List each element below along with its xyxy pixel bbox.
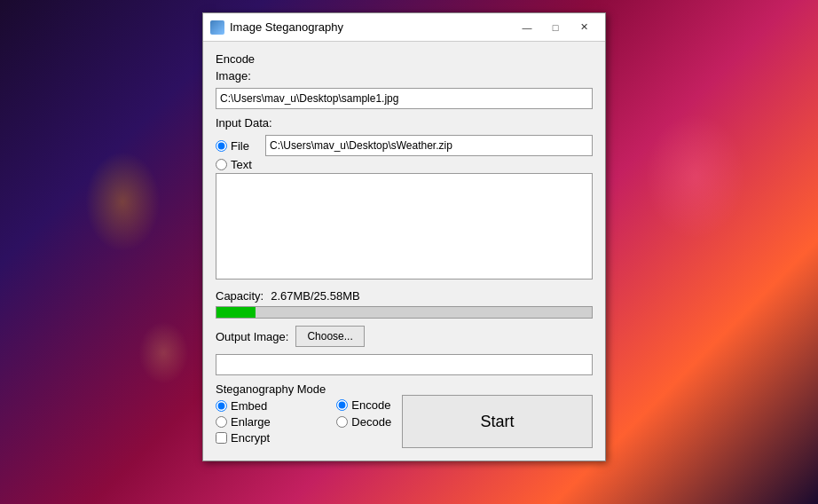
input-data-header: Input Data: (216, 116, 593, 131)
output-image-row: Output Image: Choose... (216, 326, 593, 347)
image-label: Image: (216, 69, 251, 83)
image-row: Image: (216, 69, 593, 84)
maximize-button[interactable]: □ (541, 16, 570, 39)
encode-radio-row: Encode (336, 398, 391, 412)
steg-mode-title: Steganography Mode (216, 382, 326, 396)
window-controls: — □ ✕ (513, 16, 598, 39)
steg-mode-box: Steganography Mode Embed Enlarge Encrypt (216, 382, 326, 447)
image-path-input[interactable] (216, 88, 593, 109)
text-radio-label[interactable]: Text (216, 158, 260, 171)
progress-bar-container (216, 306, 593, 319)
enlarge-label: Enlarge (231, 415, 271, 429)
capacity-label: Capacity: (216, 289, 263, 303)
choose-button[interactable]: Choose... (295, 326, 364, 347)
close-button[interactable]: ✕ (570, 16, 598, 39)
text-area-input[interactable] (216, 173, 593, 280)
minimize-button[interactable]: — (513, 16, 541, 39)
window-title: Image Steganography (230, 20, 507, 34)
decode-operation-radio[interactable] (336, 416, 348, 428)
embed-label: Embed (231, 399, 267, 413)
encrypt-checkbox[interactable] (216, 432, 227, 444)
file-radio[interactable] (216, 140, 227, 152)
start-button[interactable]: Start (402, 395, 593, 448)
encode-operation-radio[interactable] (336, 399, 348, 411)
encode-decode-box: Encode Decode (336, 398, 391, 429)
text-radio[interactable] (216, 159, 227, 170)
bottom-section: Steganography Mode Embed Enlarge Encrypt (216, 382, 593, 448)
file-row: File (216, 135, 593, 156)
capacity-value: 2.67MB/25.58MB (271, 289, 359, 303)
progress-bar-fill (216, 307, 256, 318)
file-radio-label[interactable]: File (216, 139, 260, 153)
decode-operation-label: Decode (351, 415, 391, 429)
text-radio-row: Text (216, 158, 593, 171)
encode-section-label: Encode (216, 52, 593, 66)
input-data-label: Input Data: (216, 116, 272, 130)
encode-operation-label: Encode (351, 398, 390, 412)
embed-row: Embed (216, 399, 326, 413)
encrypt-label: Encrypt (231, 431, 270, 445)
output-image-label: Output Image: (216, 330, 288, 343)
capacity-row: Capacity: 2.67MB/25.58MB (216, 289, 593, 303)
window-content: Encode Image: Input Data: File Text (203, 42, 605, 461)
title-bar: Image Steganography — □ ✕ (203, 13, 605, 42)
enlarge-radio[interactable] (216, 416, 227, 428)
app-icon (210, 20, 224, 35)
file-path-input[interactable] (265, 135, 593, 156)
embed-radio[interactable] (216, 400, 227, 412)
output-path-input[interactable] (216, 354, 593, 375)
file-label: File (231, 139, 249, 153)
enlarge-row: Enlarge (216, 415, 326, 429)
decode-radio-row: Decode (336, 415, 391, 429)
text-label: Text (231, 158, 252, 171)
encrypt-row: Encrypt (216, 431, 326, 445)
main-window: Image Steganography — □ ✕ Encode Image: … (202, 12, 606, 461)
